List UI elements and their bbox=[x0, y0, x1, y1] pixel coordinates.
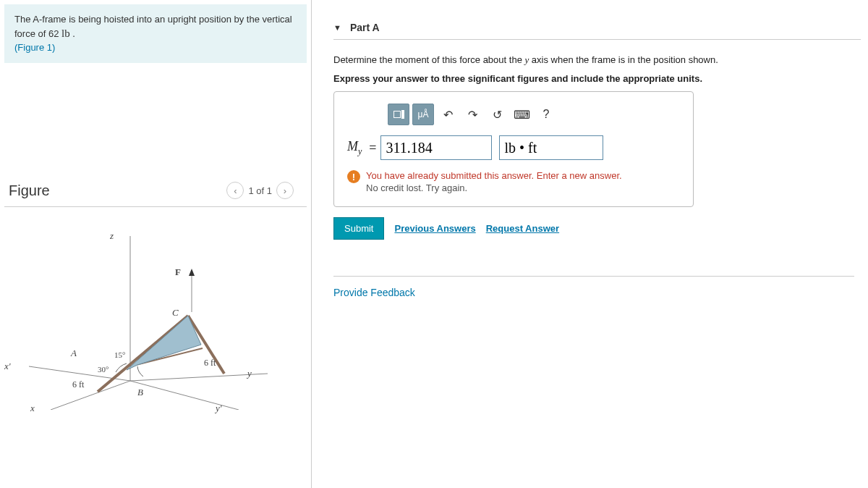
collapse-icon: ▼ bbox=[333, 23, 341, 32]
submit-button[interactable]: Submit bbox=[333, 217, 384, 240]
keyboard-button[interactable]: ⌨ bbox=[511, 104, 532, 125]
part-label: Part A bbox=[350, 22, 380, 33]
provide-feedback-link[interactable]: Provide Feedback bbox=[333, 276, 854, 298]
value-input[interactable] bbox=[380, 135, 492, 160]
next-figure-button[interactable]: › bbox=[276, 182, 294, 199]
instruction-1: Determine the moment of this force about… bbox=[333, 54, 861, 66]
label-y: y bbox=[247, 368, 252, 379]
svg-marker-10 bbox=[189, 269, 195, 276]
intro-unit: lb bbox=[61, 28, 70, 39]
equation-row: My = bbox=[347, 135, 680, 160]
pager-text: 1 of 1 bbox=[248, 185, 272, 196]
feedback-line2: No credit lost. Try again. bbox=[366, 182, 467, 193]
instruction-2: Express your answer to three significant… bbox=[333, 73, 861, 84]
help-button[interactable]: ? bbox=[535, 104, 557, 125]
request-answer-link[interactable]: Request Answer bbox=[486, 223, 559, 234]
label-x: x bbox=[30, 403, 35, 414]
intro-text-1: The A-frame is being hoisted into an upr… bbox=[14, 14, 292, 39]
variable-label: My bbox=[347, 139, 362, 157]
equation-toolbar: μÅ ↶ ↷ ↺ ⌨ ? bbox=[388, 104, 680, 125]
redo-button[interactable]: ↷ bbox=[461, 104, 483, 125]
svg-line-4 bbox=[130, 381, 239, 410]
equals-sign: = bbox=[369, 140, 376, 156]
action-row: Submit Previous Answers Request Answer bbox=[333, 217, 861, 240]
units-input[interactable] bbox=[499, 135, 603, 160]
label-d1: 6 ft bbox=[72, 379, 84, 390]
feedback-message: ! You have already submitted this answer… bbox=[347, 170, 680, 195]
figure-section: Figure ‹ 1 of 1 › bbox=[0, 179, 311, 410]
right-pane: ▼ Part A Determine the moment of this fo… bbox=[312, 0, 868, 488]
figure-pager: ‹ 1 of 1 › bbox=[222, 182, 298, 199]
svg-line-1 bbox=[51, 381, 130, 410]
reset-button[interactable]: ↺ bbox=[486, 104, 508, 125]
label-xp: x' bbox=[4, 361, 11, 372]
label-ang30: 30° bbox=[98, 365, 109, 374]
intro-text-2: . bbox=[70, 28, 75, 39]
figure-link[interactable]: (Figure 1) bbox=[14, 42, 55, 53]
label-d2: 6 ft bbox=[204, 358, 216, 369]
label-yp: y' bbox=[216, 403, 222, 414]
prev-figure-button[interactable]: ‹ bbox=[226, 182, 244, 199]
label-A: A bbox=[71, 348, 77, 359]
part-header[interactable]: ▼ Part A bbox=[333, 22, 861, 40]
feedback-line1: You have already submitted this answer. … bbox=[366, 170, 622, 181]
answer-box: μÅ ↶ ↷ ↺ ⌨ ? My = ! You have already sub… bbox=[333, 91, 694, 207]
problem-intro: The A-frame is being hoisted into an upr… bbox=[4, 4, 307, 63]
svg-marker-8 bbox=[127, 316, 201, 370]
templates-button[interactable] bbox=[388, 104, 409, 125]
undo-button[interactable]: ↶ bbox=[437, 104, 459, 125]
label-B: B bbox=[137, 387, 143, 398]
figure-diagram: z F C A B 15° 30° 6 ft 6 ft x x' y y' bbox=[0, 222, 282, 410]
label-C: C bbox=[172, 307, 179, 319]
label-z: z bbox=[110, 230, 114, 242]
label-ang15: 15° bbox=[114, 350, 125, 359]
label-F: F bbox=[175, 266, 181, 278]
figure-title: Figure bbox=[9, 182, 50, 199]
special-chars-button[interactable]: μÅ bbox=[412, 104, 434, 125]
left-pane: The A-frame is being hoisted into an upr… bbox=[0, 0, 312, 488]
warning-icon: ! bbox=[347, 170, 360, 183]
previous-answers-link[interactable]: Previous Answers bbox=[394, 223, 475, 234]
